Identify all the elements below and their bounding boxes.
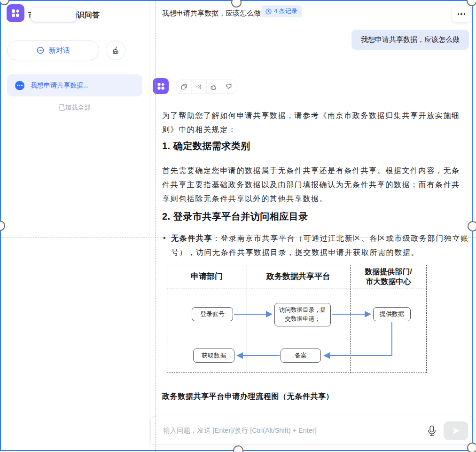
thumb-down-icon bbox=[225, 83, 232, 90]
capture-handle-middle-right[interactable] bbox=[468, 221, 476, 231]
send-icon bbox=[451, 426, 461, 436]
new-chat-label: 新对话 bbox=[49, 46, 70, 55]
thumb-up-icon bbox=[210, 83, 217, 90]
section1-heading: 1. 确定数据需求类别 bbox=[162, 140, 250, 152]
app-title: 市 知识问答 bbox=[28, 9, 117, 22]
send-button[interactable] bbox=[444, 421, 468, 440]
section1-paragraph: 首先需要确定您申请的数据属于无条件共享还是有条件共享。根据文件内容，无条件共享主… bbox=[162, 164, 463, 206]
flow-node-visit-catalog: 访问数据目录，提交数据申请； bbox=[274, 303, 331, 326]
redaction-blur bbox=[31, 8, 76, 22]
broom-icon bbox=[111, 46, 120, 55]
chat-panel: 我想申请共享数据，应该怎么做 4 条记录 我想申请共享数据，应该怎么做 bbox=[149, 0, 476, 452]
copy-icon bbox=[180, 83, 187, 90]
like-button[interactable] bbox=[206, 80, 221, 93]
section2-heading: 2. 登录市共享平台并访问相应目录 bbox=[162, 210, 308, 223]
flow-node-login: 登录账号 bbox=[192, 307, 233, 321]
assistant-intro-paragraph: 为了帮助您了解如何申请共享数据，请参考《南京市政务数据归集共享开放实施细则》中的… bbox=[162, 109, 463, 137]
message-input[interactable] bbox=[163, 416, 417, 444]
bullet-dot: • bbox=[163, 231, 166, 245]
user-message-bubble: 我想申请共享数据，应该怎么做 bbox=[351, 30, 469, 50]
sidebar: 市 知识问答 新对话 bbox=[0, 0, 149, 452]
flow-node-record: 备案 bbox=[281, 349, 321, 363]
composer bbox=[150, 416, 475, 445]
sound-wave-icon bbox=[195, 83, 203, 90]
flow-node-provide-data: 提供数据 bbox=[373, 307, 411, 321]
conversation-title: 我想申请共享数据，应该怎么做 bbox=[162, 9, 261, 18]
figure-caption: 政务数据共享平台申请办理流程图（无条件共享） bbox=[162, 392, 334, 402]
more-options-button[interactable] bbox=[452, 6, 471, 23]
voice-input-button[interactable] bbox=[425, 424, 438, 438]
clock-icon bbox=[265, 8, 272, 15]
microphone-icon bbox=[427, 425, 437, 436]
copy-button[interactable] bbox=[177, 80, 191, 93]
records-badge[interactable]: 4 条记录 bbox=[261, 5, 302, 17]
records-badge-label: 4 条记录 bbox=[274, 7, 297, 16]
bullet-text: ：登录南京市共享平台（可通过江北新区、各区或市级政务部门独立账号），访问无条件共… bbox=[171, 234, 469, 256]
dislike-button[interactable] bbox=[221, 80, 236, 93]
loaded-all-text: 已加载全部 bbox=[0, 103, 149, 112]
flow-node-obtain-data: 获取数据 bbox=[193, 349, 234, 363]
bullet-item: •无条件共享：登录南京市共享平台（可通过江北新区、各区或市级政务部门独立账号），… bbox=[162, 231, 470, 260]
read-aloud-button[interactable] bbox=[191, 80, 206, 93]
new-chat-button[interactable]: 新对话 bbox=[7, 40, 99, 60]
capture-handle-bottom-right[interactable] bbox=[467, 443, 476, 452]
app-window: 市 知识问答 新对话 bbox=[0, 0, 476, 452]
sidebar-conversation-item[interactable]: 我想申请共享数据... bbox=[7, 74, 142, 96]
conversation-header: 我想申请共享数据，应该怎么做 4 条记录 bbox=[149, 0, 476, 28]
chat-bubble-icon bbox=[15, 81, 24, 90]
assistant-message-toolbar bbox=[176, 79, 236, 94]
clear-conversations-button[interactable] bbox=[106, 40, 125, 60]
assistant-avatar bbox=[153, 78, 169, 94]
conversation-label: 我想申请共享数据... bbox=[31, 81, 89, 90]
smiley-chat-icon bbox=[36, 46, 45, 55]
app-grid-logo bbox=[7, 4, 24, 22]
ellipsis-icon bbox=[458, 13, 459, 15]
flowchart-image: 申请部门 政务数据共享平台 数据提供部门/市大数据中心 登录账号 访问数据目录，… bbox=[161, 262, 429, 375]
bullet-bold-text: 无条件共享 bbox=[171, 234, 212, 242]
